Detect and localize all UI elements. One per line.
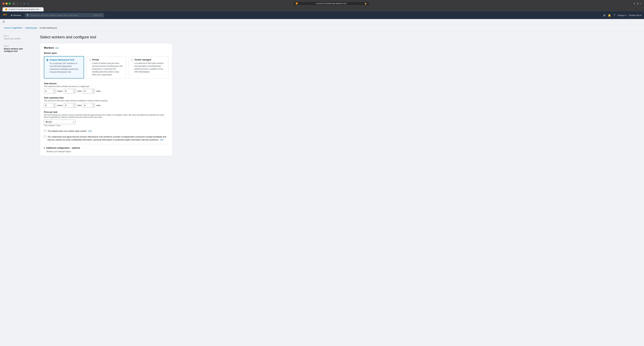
vendor-radio[interactable]: [131, 59, 133, 61]
breadcrumb-labeling-jobs[interactable]: Labeling jobs: [25, 27, 37, 29]
sidebar-step-1: Step 1 Specify job details: [0, 34, 35, 41]
tab-bar: 🟠 us-west-2.console.aws.amazon.com ×: [2, 7, 642, 12]
worker-type-vendor[interactable]: Vendor managed A curated list of third p…: [129, 56, 168, 79]
additional-config-content: Workers per dataset object: [44, 150, 168, 153]
timeout-hours-input[interactable]: 0: [44, 89, 52, 93]
hamburger-menu[interactable]: ☰: [2, 20, 5, 23]
address-bar[interactable]: 🟠 us-west-2.console.aws.amazon.com 🔒: [293, 2, 369, 6]
private-radio[interactable]: [89, 59, 91, 61]
expiration-secs-down[interactable]: ▼: [92, 105, 95, 108]
expiration-mins-group: ▲ ▼: [64, 103, 76, 108]
expiration-hours-up[interactable]: ▲: [53, 103, 56, 105]
worker-types-container: Amazon Mechanical Turk An on-demand 24/7…: [44, 56, 168, 79]
timeout-mins-input[interactable]: 5: [64, 89, 72, 93]
search-icon: 🔍: [26, 14, 29, 17]
browser-tab[interactable]: 🟠 us-west-2.console.aws.amazon.com ×: [2, 7, 44, 12]
expiration-hours-input[interactable]: [44, 103, 52, 108]
search-input[interactable]: [30, 14, 91, 17]
timeout-hours-label: hours: [57, 90, 62, 92]
expiration-secs-label: secs: [96, 104, 100, 107]
vendor-header: Vendor managed: [131, 59, 166, 61]
region-selector[interactable]: Oregon ▾: [618, 14, 626, 17]
step1-label: Step 1: [4, 35, 31, 37]
timeout-secs-up[interactable]: ▲: [92, 89, 95, 91]
agree-checkbox[interactable]: [44, 136, 46, 138]
adult-content-info-link[interactable]: Info: [88, 130, 92, 132]
worker-type-private[interactable]: Private A team of workers that you have …: [86, 56, 126, 79]
sidebar-toggle-icon[interactable]: ⊞: [12, 2, 16, 6]
task-timeout-hint: The maximum time a worker can work in a …: [44, 85, 168, 88]
search-bar[interactable]: 🔍 [Option+S]: [25, 13, 104, 17]
user-menu[interactable]: Charlie Fish ▾: [629, 14, 642, 17]
additional-config-header[interactable]: ▸ Additional configuration - optional: [44, 147, 168, 149]
region-chevron-icon: ▾: [625, 14, 626, 17]
forward-icon[interactable]: ›: [20, 2, 22, 5]
expiration-hours-spinners: ▲ ▼: [52, 103, 56, 108]
workers-card: Workers Info Worker types Amazon Mechani…: [40, 43, 172, 156]
expiration-mins-input[interactable]: [64, 103, 72, 108]
notifications-icon[interactable]: 🔔: [608, 14, 611, 17]
close-button[interactable]: [2, 3, 4, 5]
breadcrumb: Amazon SageMaker › Labeling jobs › Creat…: [0, 25, 644, 31]
price-select[interactable]: $0.012 $0.024 $0.036 $0.072: [44, 120, 76, 124]
expiration-hours-label: hours: [57, 104, 62, 107]
aws-logo[interactable]: [2, 13, 7, 18]
cloud-shell-icon[interactable]: ⊞: [603, 14, 605, 17]
search-shortcut: [Option+S]: [92, 14, 102, 17]
task-expiration-section: Task expiration time The amount of time …: [44, 97, 168, 108]
url-text: us-west-2.console.aws.amazon.com: [299, 3, 363, 5]
share-icon[interactable]: ⬆: [637, 2, 639, 5]
mturk-radio[interactable]: [46, 59, 48, 61]
expiration-secs-up[interactable]: ▲: [92, 103, 95, 105]
timeout-hours-down[interactable]: ▼: [53, 91, 56, 93]
private-desc: A team of workers that you have sourced …: [89, 62, 124, 76]
breadcrumb-sep-1: ›: [24, 27, 24, 29]
new-tab-icon[interactable]: +: [640, 2, 642, 5]
breadcrumb-sep-2: ›: [38, 27, 39, 29]
workers-info-link[interactable]: Info: [55, 47, 59, 49]
expiration-mins-spinners: ▲ ▼: [72, 103, 76, 108]
task-timeout-label: Task timeout: [44, 82, 168, 85]
timeout-secs-down[interactable]: ▼: [92, 91, 95, 93]
timeout-hours-up[interactable]: ▲: [53, 89, 56, 91]
tab-favicon-icon: 🟠: [5, 8, 8, 11]
expiration-secs-group: ▲ ▼: [83, 103, 95, 108]
page-title: Select workers and configure tool: [40, 35, 172, 39]
support-icon[interactable]: ?: [614, 14, 615, 17]
agree-info-link[interactable]: Info: [160, 139, 164, 141]
refresh-icon[interactable]: ↻: [23, 2, 26, 6]
expiration-secs-spinners: ▲ ▼: [92, 103, 95, 108]
adult-content-checkbox[interactable]: [44, 130, 46, 132]
expiration-mins-up[interactable]: ▲: [73, 103, 76, 105]
timeout-secs-input[interactable]: 0: [83, 89, 92, 93]
tab-close-icon[interactable]: ×: [40, 8, 41, 11]
fullscreen-button[interactable]: [8, 3, 10, 5]
price-hint: We recommend you choose a price consiste…: [44, 114, 168, 118]
minimize-button[interactable]: [6, 3, 8, 5]
worker-type-mechanical-turk[interactable]: Amazon Mechanical Turk An on-demand 24/7…: [44, 56, 84, 79]
timeout-secs-label: secs: [96, 90, 100, 92]
bookmarks-icon[interactable]: ⊙: [634, 2, 636, 5]
breadcrumb-current: Create labeling job: [40, 27, 57, 29]
info-icon[interactable]: ℹ: [27, 2, 29, 6]
timeout-mins-down[interactable]: ▼: [73, 91, 76, 93]
breadcrumb-sagemaker[interactable]: Amazon SageMaker: [4, 27, 22, 29]
sidebar: Step 1 Specify job details Step 2 Select…: [0, 31, 35, 346]
task-timeout-section: Task timeout The maximum time a worker c…: [44, 82, 168, 93]
expiration-hours-down[interactable]: ▼: [53, 105, 56, 108]
expiration-mins-down[interactable]: ▼: [73, 105, 76, 108]
mturk-name: Amazon Mechanical Turk: [50, 59, 74, 61]
price-label: Price per task: [44, 111, 168, 113]
region-label: Oregon: [618, 14, 624, 17]
price-dropdown-wrapper: $0.012 $0.024 $0.036 $0.072 ▾: [44, 120, 76, 124]
expiration-secs-input[interactable]: [83, 103, 92, 108]
back-icon[interactable]: ‹: [16, 2, 18, 5]
sidebar-divider: [4, 42, 31, 43]
tab-label: us-west-2.console.aws.amazon.com: [8, 8, 39, 11]
timeout-mins-group: 5 ▲ ▼: [64, 89, 76, 93]
services-button[interactable]: ⊞ Services: [10, 14, 22, 17]
task-expiration-hint: The amount of time that a task remains a…: [44, 100, 168, 102]
aws-header: ⊞ Services 🔍 [Option+S] ⊞ 🔔 ? Oregon ▾ C…: [0, 12, 644, 19]
timeout-mins-spinners: ▲ ▼: [72, 89, 76, 93]
timeout-mins-up[interactable]: ▲: [73, 89, 76, 91]
